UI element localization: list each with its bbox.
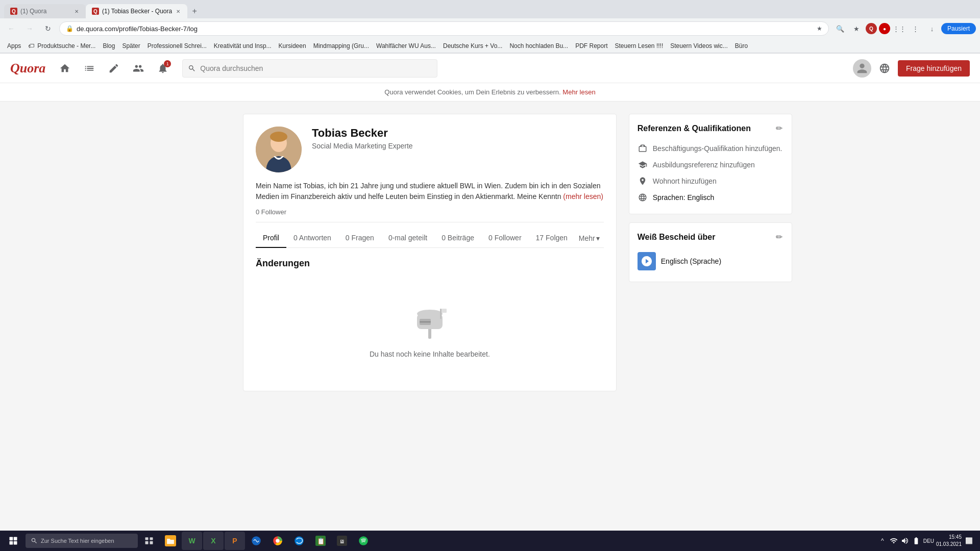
add-question-button[interactable]: Frage hinzufügen (898, 60, 970, 77)
tab-follower[interactable]: 0 Follower (481, 229, 529, 248)
ext-icon-2[interactable]: ● (879, 23, 890, 34)
svg-rect-8 (442, 309, 447, 313)
clock-date: 01.03.2021 (936, 541, 962, 548)
forward-button[interactable]: → (22, 21, 37, 36)
reload-button[interactable]: ↻ (41, 21, 55, 36)
profile-subtitle: Social Media Marketing Experte (312, 142, 604, 150)
location-item[interactable]: Wohnort hinzufügen (638, 173, 783, 189)
bookmark-kursideen[interactable]: Kursideen (276, 41, 309, 51)
toolbar-right: 🔍 ★ Q ● ⋮⋮ ⋮ ↓ Pausiert (833, 21, 976, 36)
address-bar[interactable]: 🔒 de.quora.com/profile/Tobias-Becker-7/l… (59, 21, 829, 36)
edit-nav-icon[interactable] (103, 57, 125, 80)
taskbar-office-icon[interactable]: W (182, 532, 202, 550)
extensions-icon[interactable]: ⋮⋮ (892, 21, 906, 36)
cookie-banner: Quora verwendet Cookies, um Dein Erlebni… (0, 83, 980, 102)
bookmark-kreativität[interactable]: Kreativität und Insp... (211, 41, 275, 51)
bookmark-professionell[interactable]: Professionell Schrei... (144, 41, 210, 51)
tray-volume-icon[interactable] (900, 536, 910, 546)
taskbar-app9-icon[interactable]: 🖥 (332, 532, 352, 550)
employment-item[interactable]: Beschäftigungs-Qualifikation hinzufügen. (638, 140, 783, 157)
downloads-icon[interactable]: ↓ (925, 21, 939, 36)
tab-fragen[interactable]: 0 Fragen (338, 229, 381, 248)
cookie-link[interactable]: Mehr lesen (562, 88, 595, 96)
taskbar-spotify-icon[interactable] (353, 532, 374, 550)
tab-folgen[interactable]: 17 Folgen (529, 229, 575, 248)
bookmark-steuern1[interactable]: Steuern Lesen !!!! (611, 41, 666, 51)
notification-badge: 1 (164, 60, 171, 67)
bio-text: Mein Name ist Tobias, ich bin 21 Jahre j… (256, 182, 600, 201)
address-bar-row: ← → ↻ 🔒 de.quora.com/profile/Tobias-Beck… (0, 18, 980, 39)
tray-battery-icon[interactable] (911, 536, 921, 546)
taskbar-explorer-icon[interactable] (160, 532, 181, 550)
language-icon[interactable] (875, 59, 894, 78)
bookmark-mindmapping[interactable]: Mindmapping (Gru... (310, 41, 372, 51)
bookmark-steuern2[interactable]: Steuern Videos wic... (667, 41, 731, 51)
knowledge-edit-button[interactable]: ✏ (775, 231, 783, 243)
tray-chevron-icon[interactable]: ^ (877, 536, 888, 546)
tab-beiträge[interactable]: 0 Beiträge (434, 229, 481, 248)
education-item[interactable]: Ausbildungsreferenz hinzufügen (638, 157, 783, 173)
taskbar-edge-icon[interactable] (289, 532, 309, 550)
notification-nav-icon[interactable]: 1 (152, 57, 174, 80)
show-desktop-icon[interactable]: ⬜ (964, 536, 974, 546)
tab-2-close[interactable]: ✕ (175, 8, 181, 15)
tray-network-icon[interactable] (889, 536, 899, 546)
taskbar-powerpoint-icon[interactable]: P (225, 532, 245, 550)
knowledge-english-item[interactable]: Englisch (Sprache) (638, 249, 783, 273)
profile-header: Tobias Becker Social Media Marketing Exp… (256, 127, 604, 172)
bookmark-label: PDF Report (575, 42, 607, 49)
bookmark-label: Produktsuche - Mer... (37, 42, 95, 49)
tab-1[interactable]: Q (1) Quora ✕ (4, 4, 86, 18)
svg-rect-3 (428, 328, 431, 339)
taskbar-excel-icon[interactable]: X (203, 532, 224, 550)
taskbar-chrome-icon[interactable] (267, 532, 288, 550)
taskbar-search[interactable]: Zur Suche Text hier eingeben (26, 534, 138, 548)
list-nav-icon[interactable] (78, 57, 101, 80)
taskbar-app8-icon[interactable]: 📋 (310, 532, 331, 550)
bookmark-büro[interactable]: Büro (732, 41, 751, 51)
quora-ext-icon[interactable]: Q (866, 23, 877, 34)
tab-2[interactable]: Q (1) Tobias Becker - Quora ✕ (86, 4, 187, 18)
svg-text:🖥: 🖥 (339, 539, 345, 544)
profile-bio: Mein Name ist Tobias, ich bin 21 Jahre j… (256, 181, 604, 202)
user-avatar[interactable] (853, 59, 871, 78)
zoom-icon[interactable]: 🔍 (833, 21, 847, 36)
search-bar[interactable] (182, 59, 437, 78)
tab-1-close[interactable]: ✕ (74, 8, 80, 15)
start-button[interactable] (2, 532, 24, 550)
follower-count[interactable]: 0 Follower (256, 208, 604, 222)
taskbar-app5-icon[interactable] (246, 532, 266, 550)
chrome-profile-button[interactable]: Pausiert (941, 23, 976, 34)
bookmark-pdf[interactable]: PDF Report (572, 41, 610, 51)
bookmark-produktsuche[interactable]: 🏷 Produktsuche - Mer... (25, 41, 99, 51)
quora-logo[interactable]: Quora (10, 61, 45, 76)
taskbar-taskview-icon[interactable] (139, 532, 159, 550)
tab-antworten[interactable]: 0 Antworten (286, 229, 338, 248)
search-input[interactable] (200, 64, 432, 72)
apps-bookmark[interactable]: Apps (4, 41, 24, 51)
back-button[interactable]: ← (4, 21, 18, 36)
bookmark-wahlfächer[interactable]: Wahlfächer WU Aus... (373, 41, 439, 51)
svg-rect-14 (145, 537, 149, 540)
bookmark-blog[interactable]: Blog (100, 41, 118, 51)
new-tab-button[interactable]: + (187, 4, 202, 18)
tab-profil[interactable]: Profil (256, 229, 286, 248)
home-nav-icon[interactable] (54, 57, 76, 80)
taskbar-app-icons: W X P 📋 🖥 (139, 532, 374, 550)
taskbar-search-text: Zur Suche Text hier eingeben (41, 538, 114, 544)
bookmark-hochladen[interactable]: Noch hochladen Bu... (506, 41, 571, 51)
svg-point-5 (417, 310, 443, 318)
browser-chrome: Q (1) Quora ✕ Q (1) Tobias Becker - Quor… (0, 0, 980, 54)
bookmark-label: Professionell Schrei... (148, 42, 207, 49)
bookmark-deutsche-kurs[interactable]: Deutsche Kurs + Vo... (440, 41, 505, 51)
tab-geteilt[interactable]: 0-mal geteilt (381, 229, 434, 248)
tab-mehr[interactable]: Mehr ▾ (575, 229, 604, 247)
settings-icon[interactable]: ⋮ (909, 21, 923, 36)
bookmark-später[interactable]: Später (119, 41, 143, 51)
main-content: Tobias Becker Social Media Marketing Exp… (235, 114, 745, 391)
bookmark-star-icon[interactable]: ★ (849, 21, 864, 36)
svg-rect-17 (150, 541, 153, 544)
people-nav-icon[interactable] (127, 57, 150, 80)
bio-more-link[interactable]: (mehr lesen) (563, 192, 603, 201)
references-edit-button[interactable]: ✏ (775, 122, 783, 134)
